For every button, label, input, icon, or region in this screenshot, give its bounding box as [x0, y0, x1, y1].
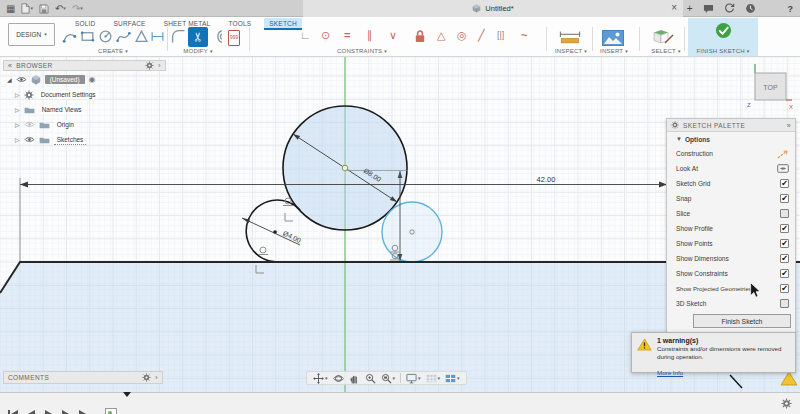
browser-item-origin[interactable]: ▷ Origin — [3, 118, 166, 131]
job-status-clock-icon[interactable] — [745, 3, 756, 14]
circle-tool-button[interactable] — [98, 29, 113, 44]
palette-row-look-at[interactable]: Look At — [667, 161, 795, 176]
timeline-step-back-button[interactable] — [26, 408, 37, 414]
polygon-tool-button[interactable] — [134, 29, 149, 44]
display-settings-button[interactable]: ▾ — [406, 373, 421, 384]
redo-button[interactable]: ↷▾ — [72, 3, 83, 14]
tab-close-icon[interactable]: × — [671, 1, 677, 15]
branch-expand-icon[interactable]: ▷ — [15, 137, 20, 143]
select-button[interactable] — [653, 29, 675, 45]
finish-sketch-palette-button[interactable]: Finish Sketch — [693, 314, 791, 328]
gear-icon[interactable] — [671, 121, 679, 129]
browser-item-document-settings[interactable]: ▷ Document Settings — [3, 88, 166, 101]
spline-tool-button[interactable] — [116, 29, 131, 44]
browser-header[interactable]: « BROWSER › — [3, 60, 166, 71]
palette-row-show-dimensions[interactable]: Show Dimensions ✔ — [667, 251, 795, 266]
pan-button[interactable]: ▾ — [313, 373, 328, 384]
more-info-link[interactable]: More Info — [657, 369, 683, 376]
comments-bubble-icon[interactable] — [703, 4, 714, 14]
insert-button[interactable] — [602, 30, 624, 46]
slice-checkbox[interactable] — [780, 209, 789, 218]
curvature-constraint-button[interactable]: ~ — [521, 29, 527, 41]
hand-pan-button[interactable] — [349, 373, 360, 384]
gear-icon[interactable] — [142, 373, 151, 382]
symmetry-constraint-button[interactable]: [|] — [497, 29, 504, 41]
root-document-label[interactable]: (Unsaved) — [45, 75, 85, 84]
timeline-skip-start-button[interactable] — [6, 408, 20, 414]
snap-checkbox[interactable]: ✔ — [780, 194, 789, 203]
show-profile-checkbox[interactable]: ✔ — [780, 224, 789, 233]
show-projected-geometries-checkbox[interactable]: ✔ — [780, 284, 789, 293]
tangent-constraint-button[interactable]: ⊙ — [321, 29, 330, 41]
section-collapse-icon[interactable]: ▼ — [676, 136, 682, 142]
fillet-tool-button[interactable] — [171, 29, 186, 44]
insert-group-label[interactable]: INSERT▾ — [600, 48, 628, 54]
parallel-constraint-button[interactable]: ∥ — [367, 29, 373, 41]
concentric-constraint-button[interactable]: ◎ — [457, 29, 467, 41]
fillet-arc[interactable] — [246, 200, 300, 262]
activate-component-radio[interactable]: ◉ — [89, 75, 96, 84]
sketch-palette-header[interactable]: SKETCH PALETTE » — [667, 119, 795, 132]
3d-sketch-checkbox[interactable] — [780, 299, 789, 308]
perpendicular-constraint-button[interactable]: ∟ — [300, 29, 311, 41]
branch-expand-icon[interactable]: ▷ — [15, 122, 20, 128]
equal-constraint-button[interactable]: = — [344, 29, 350, 41]
palette-row-snap[interactable]: Snap ✔ — [667, 191, 795, 206]
large-circle-center-point[interactable] — [342, 165, 348, 171]
palette-row-construction[interactable]: Construction — [667, 146, 795, 161]
midpoint-constraint-button[interactable]: ∨ — [389, 29, 397, 41]
timeline-play-button[interactable] — [43, 408, 54, 414]
dimension-small-diameter[interactable]: Ø4.00 — [242, 218, 302, 245]
palette-row-show-profile[interactable]: Show Profile ✔ — [667, 221, 795, 236]
rectangle-tool-button[interactable] — [80, 29, 95, 44]
collapse-panel-icon[interactable]: » — [787, 122, 791, 129]
timeline-sketch-feature[interactable] — [105, 408, 117, 414]
save-icon[interactable] — [39, 4, 49, 14]
expand-icon[interactable]: ◢ — [7, 77, 12, 83]
sketch-canvas[interactable]: 42.00 Ø8.00 Ø4.00 — [0, 57, 800, 392]
construction-icon[interactable] — [777, 149, 789, 159]
palette-row-show-constraints[interactable]: Show Constraints ✔ — [667, 266, 795, 281]
help-icon[interactable]: ? — [788, 4, 794, 14]
dimension-tool-button[interactable] — [150, 29, 165, 44]
zoom-window-button[interactable]: ▾ — [381, 373, 396, 384]
trim-tool-button[interactable]: ✂ — [188, 27, 208, 47]
sketch-grid-checkbox[interactable]: ✔ — [780, 179, 789, 188]
eye-icon[interactable] — [24, 136, 35, 143]
collinear-constraint-button[interactable]: ╱ — [478, 29, 485, 41]
file-menu-button[interactable]: ▾ — [21, 3, 33, 14]
look-at-icon[interactable] — [777, 164, 789, 173]
new-tab-button[interactable]: + — [687, 3, 693, 14]
warning-toast[interactable]: 1 warning(s) Constraints and/or dimensio… — [631, 332, 796, 373]
browser-item-named-views[interactable]: ▷ Named Views — [3, 103, 166, 116]
constraints-group-label[interactable]: CONSTRAINTS▾ — [337, 48, 387, 54]
palette-row-slice[interactable]: Slice — [667, 206, 795, 221]
palette-row-3d-sketch[interactable]: 3D Sketch — [667, 296, 795, 311]
eye-icon[interactable] — [16, 76, 27, 83]
grid-settings-button[interactable]: ▾ — [426, 373, 441, 384]
fix-constraint-button[interactable] — [414, 29, 426, 44]
coincident-constraint-button[interactable]: △ — [437, 29, 445, 41]
select-group-label[interactable]: SELECT▾ — [651, 48, 680, 54]
view-cube[interactable]: TOP X Z — [745, 62, 795, 112]
line-tool-button[interactable] — [62, 29, 77, 44]
palette-row-show-projected-geometries[interactable]: Show Projected Geometries ✔ — [667, 281, 795, 296]
options-section-header[interactable]: ▼ Options — [667, 132, 795, 146]
gear-icon[interactable] — [145, 61, 154, 70]
tab-tools[interactable]: TOOLS — [223, 18, 256, 30]
timeline-position-marker[interactable] — [123, 397, 131, 414]
browser-item-sketches[interactable]: ▷ Sketches — [3, 133, 166, 146]
palette-row-sketch-grid[interactable]: Sketch Grid ✔ — [667, 176, 795, 191]
offset-tool-button[interactable] — [210, 29, 225, 44]
create-group-label[interactable]: CREATE▾ — [98, 48, 128, 54]
show-points-checkbox[interactable]: ✔ — [780, 239, 789, 248]
inspect-button[interactable] — [558, 30, 582, 45]
eye-off-icon[interactable] — [24, 121, 35, 128]
palette-row-show-points[interactable]: Show Points ✔ — [667, 236, 795, 251]
workspace-switcher[interactable]: DESIGN▾ — [8, 23, 55, 46]
undo-button[interactable]: ↶▾ — [55, 3, 66, 14]
timeline-settings-gear-icon[interactable] — [781, 398, 792, 409]
viewcube-face-label[interactable]: TOP — [763, 84, 778, 91]
collapse-panel-icon[interactable]: « — [8, 62, 12, 69]
orbit-button[interactable] — [333, 373, 344, 384]
